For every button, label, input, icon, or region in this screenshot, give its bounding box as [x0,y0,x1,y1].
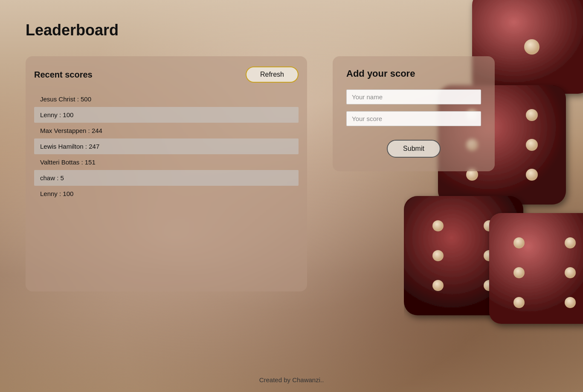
list-item: Lenny : 100 [34,186,299,202]
recent-scores-title: Recent scores [34,70,93,80]
scores-list-container[interactable]: Jesus Christ : 500Lenny : 100Max Verstap… [34,91,299,283]
list-item: Lenny : 100 [34,107,299,123]
list-item: chaw : 5 [34,170,299,186]
name-input[interactable] [346,89,481,104]
list-item: Lewis Hamilton : 247 [34,138,299,154]
submit-button[interactable]: Submit [387,140,441,158]
recent-scores-panel: Recent scores Refresh Jesus Christ : 500… [26,56,307,291]
refresh-button[interactable]: Refresh [246,66,299,83]
add-score-title: Add your score [346,68,481,79]
panel-header: Recent scores Refresh [34,66,299,83]
page-title: Leaderboard [26,21,557,39]
list-item: Valtteri Bottas : 151 [34,154,299,170]
footer: Created by Chawanzi.. [0,376,583,383]
main-content: Recent scores Refresh Jesus Christ : 500… [26,56,557,291]
add-score-panel: Add your score Submit [333,56,495,171]
list-item: Jesus Christ : 500 [34,91,299,107]
score-input[interactable] [346,111,481,126]
list-item: Max Verstappen : 244 [34,123,299,138]
scores-list: Jesus Christ : 500Lenny : 100Max Verstap… [34,91,299,202]
